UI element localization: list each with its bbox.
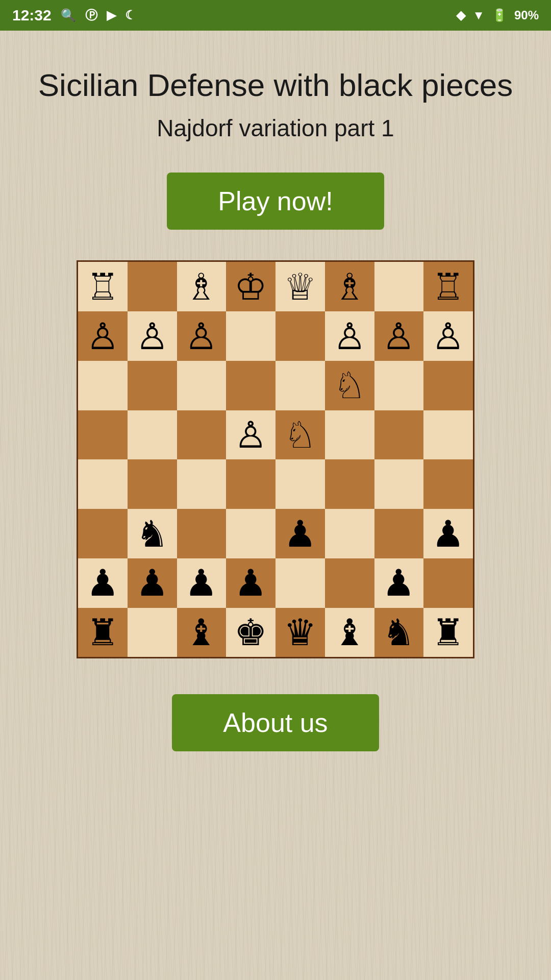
chess-cell <box>128 608 177 657</box>
chess-cell: ♙ <box>325 311 374 361</box>
chess-cell <box>325 558 374 608</box>
chess-cell <box>78 410 128 460</box>
chess-cell <box>276 558 325 608</box>
chess-cell <box>325 410 374 460</box>
main-content: Sicilian Defense with black pieces Najdo… <box>0 31 551 782</box>
chess-cell: ♟ <box>226 558 276 608</box>
chess-cell: ♞ <box>374 608 424 657</box>
chess-cell: ♝ <box>325 608 374 657</box>
chess-board: ♖♗♔♕♗♖♙♙♙♙♙♙♘♙♘♞♟♟♟♟♟♟♟♜♝♚♛♝♞♜ <box>77 260 474 658</box>
page-subtitle: Najdorf variation part 1 <box>157 114 394 142</box>
chess-cell <box>276 459 325 509</box>
chess-cell: ♟ <box>177 558 227 608</box>
chess-cell <box>78 361 128 410</box>
chess-cell <box>226 311 276 361</box>
moon-icon: ☾ <box>125 8 136 22</box>
chess-cell <box>374 410 424 460</box>
play-now-button[interactable]: Play now! <box>167 173 384 230</box>
chess-cell: ♙ <box>128 311 177 361</box>
chess-cell <box>325 509 374 558</box>
chess-cell <box>374 509 424 558</box>
page-title: Sicilian Defense with black pieces <box>38 66 513 104</box>
chess-cell: ♞ <box>128 509 177 558</box>
chess-cell: ♟ <box>78 558 128 608</box>
wifi-icon: ▼ <box>472 8 485 22</box>
search-icon: 🔍 <box>61 8 76 22</box>
chess-cell: ♟ <box>276 509 325 558</box>
chess-cell <box>177 509 227 558</box>
chess-cell: ♖ <box>423 262 473 311</box>
chess-cell <box>78 459 128 509</box>
chess-cell: ♝ <box>177 608 227 657</box>
battery-icon: 🔋 <box>492 8 507 22</box>
chess-cell <box>374 262 424 311</box>
chess-cell: ♟ <box>423 509 473 558</box>
chess-cell <box>78 509 128 558</box>
chess-cell <box>128 262 177 311</box>
chess-cell <box>423 459 473 509</box>
chess-cell: ♘ <box>276 410 325 460</box>
chess-cell <box>128 410 177 460</box>
chess-cell: ♕ <box>276 262 325 311</box>
status-right: ◆ ▼ 🔋 90% <box>456 8 539 22</box>
chess-cell: ♙ <box>177 311 227 361</box>
chess-cell: ♟ <box>374 558 424 608</box>
status-time: 12:32 <box>12 7 52 24</box>
chess-cell: ♜ <box>78 608 128 657</box>
chess-cell <box>374 361 424 410</box>
chess-cell <box>128 361 177 410</box>
signal-icon: ◆ <box>456 8 465 22</box>
chess-cell <box>276 311 325 361</box>
chess-cell <box>226 361 276 410</box>
chess-cell: ♗ <box>325 262 374 311</box>
chess-cell: ♗ <box>177 262 227 311</box>
chess-cell <box>226 509 276 558</box>
status-bar: 12:32 🔍 Ⓟ ▶ ☾ ◆ ▼ 🔋 90% <box>0 0 551 31</box>
chess-cell <box>423 410 473 460</box>
chess-cell <box>325 459 374 509</box>
chess-cell: ♖ <box>78 262 128 311</box>
chess-cell: ♙ <box>423 311 473 361</box>
chess-cell <box>226 459 276 509</box>
chess-cell: ♛ <box>276 608 325 657</box>
chess-cell <box>423 361 473 410</box>
chess-cell <box>423 558 473 608</box>
battery-percent: 90% <box>514 8 539 22</box>
status-left: 12:32 🔍 Ⓟ ▶ ☾ <box>12 7 136 24</box>
chess-cell <box>177 361 227 410</box>
parking-icon: Ⓟ <box>85 7 97 23</box>
chess-cell: ♙ <box>78 311 128 361</box>
about-us-button[interactable]: About us <box>172 694 379 751</box>
chess-cell: ♚ <box>226 608 276 657</box>
chess-cell: ♜ <box>423 608 473 657</box>
chess-cell: ♙ <box>226 410 276 460</box>
chess-cell <box>128 459 177 509</box>
chess-cell: ♙ <box>374 311 424 361</box>
chess-cell: ♟ <box>128 558 177 608</box>
play-store-icon: ▶ <box>107 8 116 22</box>
chess-cell: ♔ <box>226 262 276 311</box>
chess-cell <box>374 459 424 509</box>
chess-cell <box>276 361 325 410</box>
chess-cell <box>177 410 227 460</box>
chess-board-container: ♖♗♔♕♗♖♙♙♙♙♙♙♘♙♘♞♟♟♟♟♟♟♟♜♝♚♛♝♞♜ <box>77 260 474 658</box>
chess-cell <box>177 459 227 509</box>
chess-cell: ♘ <box>325 361 374 410</box>
